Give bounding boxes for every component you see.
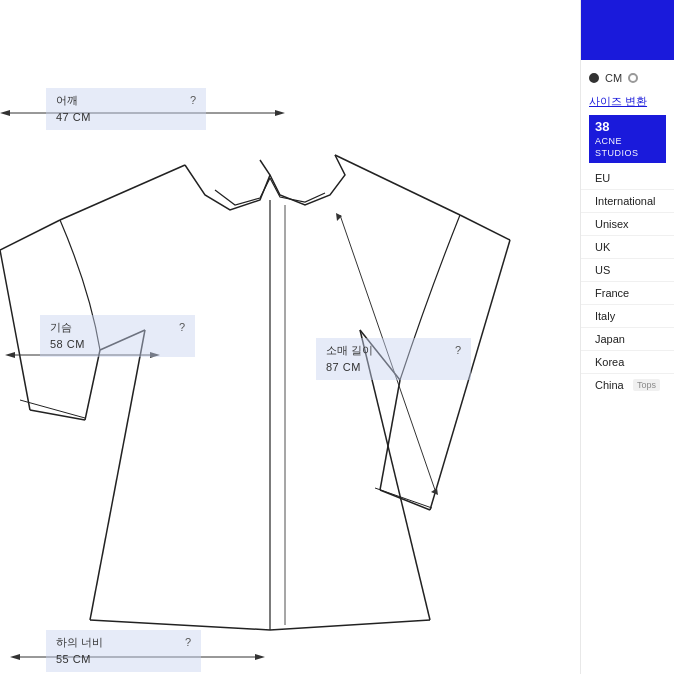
hem-question[interactable]: ?: [185, 634, 191, 651]
shoulder-value: 47 CM: [56, 109, 196, 126]
size-item-unisex[interactable]: Unisex: [581, 213, 674, 236]
size-item-eu[interactable]: EU: [581, 167, 674, 190]
shoulder-measure-box: 어깨 ? 47 CM: [46, 88, 206, 130]
sleeve-label: 소매 길이: [326, 342, 373, 359]
svg-line-6: [90, 330, 145, 620]
right-panel: CM 사이즈 변환 38 ACNE STUDIOS EU Internation…: [580, 0, 674, 674]
svg-line-4: [85, 350, 100, 420]
unit-toggle[interactable]: CM: [581, 60, 674, 92]
tops-badge: Tops: [633, 379, 660, 391]
svg-line-2: [0, 250, 30, 410]
chest-value: 58 CM: [50, 336, 185, 353]
chest-question[interactable]: ?: [179, 319, 185, 336]
left-panel: 어깨 ? 47 CM 기슴 ? 58 CM 소매 길이 ? 87 CM 하의 너…: [0, 0, 580, 674]
hem-measure-box: 하의 너비 ? 55 CM: [46, 630, 201, 672]
shoulder-question[interactable]: ?: [190, 92, 196, 109]
size-item-france[interactable]: France: [581, 282, 674, 305]
size-brand: ACNE STUDIOS: [595, 136, 660, 159]
svg-line-19: [375, 488, 432, 508]
size-item-italy[interactable]: Italy: [581, 305, 674, 328]
chest-label: 기슴: [50, 319, 72, 336]
size-item-china[interactable]: China Tops: [581, 374, 674, 396]
hem-value: 55 CM: [56, 651, 191, 668]
size-item-uk[interactable]: UK: [581, 236, 674, 259]
cm-radio-selected[interactable]: [589, 73, 599, 83]
sleeve-question[interactable]: ?: [455, 342, 461, 359]
svg-marker-21: [0, 110, 10, 116]
svg-line-0: [60, 165, 185, 220]
size-item-korea[interactable]: Korea: [581, 351, 674, 374]
svg-line-8: [335, 155, 460, 215]
svg-line-12: [380, 380, 400, 490]
svg-marker-31: [255, 654, 265, 660]
sleeve-measure-box: 소매 길이 ? 87 CM: [316, 338, 471, 380]
size-conversion-link[interactable]: 사이즈 변환: [581, 92, 674, 115]
svg-line-3: [30, 410, 85, 420]
shoulder-label: 어깨: [56, 92, 78, 109]
svg-marker-30: [10, 654, 20, 660]
svg-line-1: [0, 220, 60, 250]
svg-marker-22: [275, 110, 285, 116]
svg-line-7: [90, 620, 270, 630]
svg-line-15: [270, 620, 430, 630]
size-item-international[interactable]: International: [581, 190, 674, 213]
svg-line-11: [380, 490, 430, 510]
svg-marker-24: [5, 352, 15, 358]
size-item-japan[interactable]: Japan: [581, 328, 674, 351]
sleeve-value: 87 CM: [326, 359, 461, 376]
size-number: 38: [595, 119, 660, 136]
size-item-us[interactable]: US: [581, 259, 674, 282]
chest-measure-box: 기슴 ? 58 CM: [40, 315, 195, 357]
size-list: EU International Unisex UK US France Ita…: [581, 163, 674, 400]
selected-size-box[interactable]: 38 ACNE STUDIOS: [589, 115, 666, 163]
header-bar: [581, 0, 674, 60]
hem-label: 하의 너비: [56, 634, 103, 651]
svg-line-9: [460, 215, 510, 240]
cm-label[interactable]: CM: [605, 72, 622, 84]
in-radio[interactable]: [628, 73, 638, 83]
